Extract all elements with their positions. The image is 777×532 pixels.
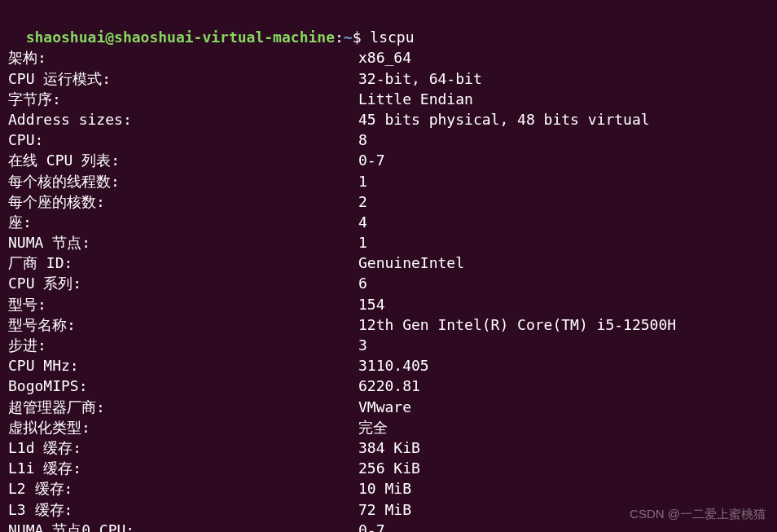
output-value: 3110.405 [358, 355, 769, 376]
output-value: 1 [358, 232, 769, 253]
output-label: CPU 系列: [8, 273, 358, 293]
output-value: 完全 [358, 417, 769, 437]
output-row: 座:4 [8, 212, 769, 232]
terminal-prompt-line[interactable]: shaoshuai@shaoshuai-virtual-machine:~$ l… [8, 7, 769, 47]
prompt-user-host: shaoshuai@shaoshuai-virtual-machine [26, 29, 335, 46]
output-label: 每个座的核数: [8, 191, 358, 212]
output-label: CPU: [8, 130, 358, 150]
output-label: 在线 CPU 列表: [8, 150, 358, 170]
output-value: 0-7 [358, 150, 769, 170]
output-row: 在线 CPU 列表:0-7 [8, 150, 769, 170]
output-row: BogoMIPS:6220.81 [8, 376, 769, 396]
output-label: L1d 缓存: [8, 437, 358, 458]
output-label: 型号名称: [8, 314, 358, 335]
output-row: L1i 缓存:256 KiB [8, 458, 769, 478]
output-row: CPU MHz:3110.405 [8, 355, 769, 376]
output-value: VMware [358, 397, 769, 417]
output-row: CPU 运行模式:32-bit, 64-bit [8, 68, 769, 89]
output-row: 每个核的线程数:1 [8, 171, 769, 191]
output-label: Address sizes: [8, 109, 358, 130]
output-label: 超管理器厂商: [8, 397, 358, 417]
output-label: NUMA 节点0 CPU: [8, 520, 358, 532]
output-value: 384 KiB [358, 437, 769, 458]
output-label: BogoMIPS: [8, 376, 358, 396]
output-row: NUMA 节点:1 [8, 232, 769, 253]
output-label: L1i 缓存: [8, 458, 358, 478]
output-row: L2 缓存:10 MiB [8, 478, 769, 499]
output-value: 2 [358, 191, 769, 212]
command-input: lscpu [370, 29, 414, 46]
prompt-dollar: $ [353, 29, 371, 46]
output-label: 虚拟化类型: [8, 417, 358, 437]
output-label: 步进: [8, 335, 358, 355]
output-label: 型号: [8, 294, 358, 314]
output-value: 1 [358, 171, 769, 191]
output-row: 架构:x86_64 [8, 47, 769, 68]
output-row: Address sizes:45 bits physical, 48 bits … [8, 109, 769, 130]
output-value: 154 [358, 294, 769, 314]
output-value: x86_64 [358, 47, 769, 68]
output-value: 6 [358, 273, 769, 293]
output-row: 字节序:Little Endian [8, 89, 769, 109]
output-value: 45 bits physical, 48 bits virtual [358, 109, 769, 130]
output-row: 每个座的核数:2 [8, 191, 769, 212]
terminal-output: 架构:x86_64CPU 运行模式:32-bit, 64-bit字节序:Litt… [8, 47, 769, 532]
output-value: 32-bit, 64-bit [358, 68, 769, 89]
output-row: L1d 缓存:384 KiB [8, 437, 769, 458]
output-value: Little Endian [358, 89, 769, 109]
output-row: 厂商 ID:GenuineIntel [8, 253, 769, 273]
output-label: CPU MHz: [8, 355, 358, 376]
output-value: 8 [358, 130, 769, 150]
output-label: 架构: [8, 47, 358, 68]
output-value: 6220.81 [358, 376, 769, 396]
output-value: 256 KiB [358, 458, 769, 478]
output-row: CPU:8 [8, 130, 769, 150]
output-row: 型号:154 [8, 294, 769, 314]
output-label: CPU 运行模式: [8, 68, 358, 89]
output-value: 4 [358, 212, 769, 232]
output-value: 12th Gen Intel(R) Core(TM) i5-12500H [358, 314, 769, 335]
output-value: 10 MiB [358, 478, 769, 499]
output-label: NUMA 节点: [8, 232, 358, 253]
output-row: 虚拟化类型:完全 [8, 417, 769, 437]
output-row: 型号名称:12th Gen Intel(R) Core(TM) i5-12500… [8, 314, 769, 335]
output-label: 字节序: [8, 89, 358, 109]
prompt-path: ~ [344, 29, 353, 46]
output-value: GenuineIntel [358, 253, 769, 273]
output-label: 厂商 ID: [8, 253, 358, 273]
output-value: 3 [358, 335, 769, 355]
output-label: L3 缓存: [8, 499, 358, 520]
output-label: 每个核的线程数: [8, 171, 358, 191]
prompt-colon: : [335, 29, 344, 46]
output-label: L2 缓存: [8, 478, 358, 499]
watermark-text: CSDN @一二爱上蜜桃猫 [630, 505, 766, 522]
output-label: 座: [8, 212, 358, 232]
output-row: 超管理器厂商:VMware [8, 397, 769, 417]
output-row: CPU 系列:6 [8, 273, 769, 293]
output-row: 步进:3 [8, 335, 769, 355]
